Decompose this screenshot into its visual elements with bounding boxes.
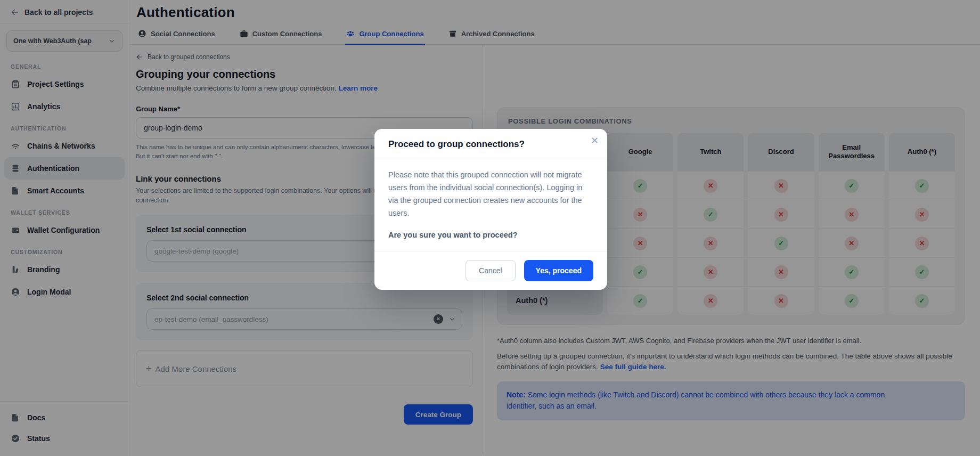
- modal-header: Proceed to group connections? ✕: [374, 129, 607, 158]
- modal-footer: Cancel Yes, proceed: [374, 251, 607, 290]
- modal-body: Please note that this grouped connection…: [374, 158, 607, 251]
- close-icon[interactable]: ✕: [591, 136, 599, 145]
- yes-proceed-button[interactable]: Yes, proceed: [524, 260, 593, 281]
- modal-title: Proceed to group connections?: [388, 139, 593, 150]
- modal-message: Please note that this grouped connection…: [388, 169, 593, 220]
- modal-question: Are you sure you want to proceed?: [388, 231, 593, 239]
- app-window: Back to all projects One with Web3Auth (…: [0, 0, 980, 456]
- cancel-button[interactable]: Cancel: [466, 260, 516, 281]
- proceed-modal: Proceed to group connections? ✕ Please n…: [374, 129, 607, 290]
